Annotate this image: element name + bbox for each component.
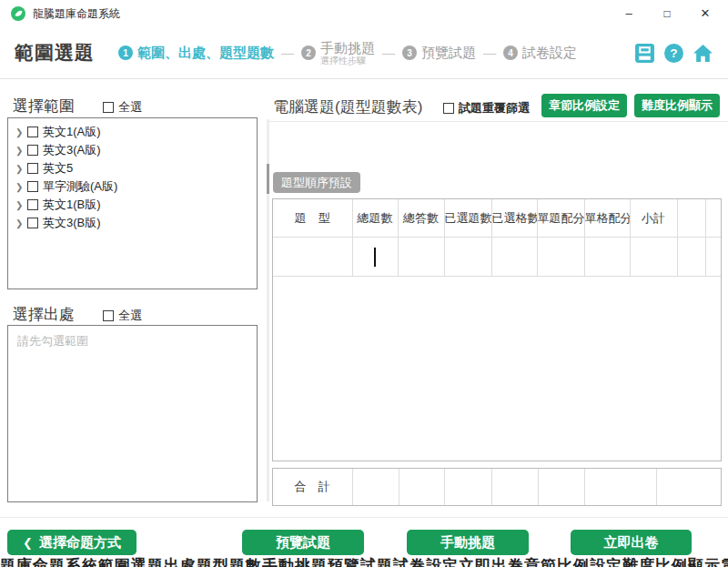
range-select-all-label: 全選 [118, 99, 142, 116]
tree-item-book-2[interactable]: ❯ 英文3(A版) [8, 141, 257, 159]
totals-cell [444, 469, 491, 505]
col-empty-1 [677, 199, 705, 238]
tree-item-book-1[interactable]: ❯ 英文1(A版) [8, 123, 257, 141]
source-placeholder: 請先勾選範圍 [8, 326, 257, 349]
step-4-settings[interactable]: 4 試卷設定 [503, 45, 577, 62]
svg-text:?: ? [670, 46, 677, 60]
book-checkbox[interactable] [27, 145, 38, 156]
range-select-all-checkbox[interactable] [103, 102, 114, 113]
chevron-right-icon[interactable]: ❯ [15, 146, 27, 156]
maximize-button[interactable]: □ [648, 0, 686, 27]
step-3-number: 3 [402, 46, 417, 60]
totals-label: 合 計 [273, 469, 352, 505]
duplicate-filter-label: 試題重覆篩選 [459, 100, 530, 116]
book-checkbox[interactable] [27, 218, 38, 228]
chevron-left-icon: ❮ [23, 536, 33, 550]
step-2-number: 2 [301, 46, 316, 60]
book-checkbox[interactable] [27, 199, 38, 210]
totals-cell [491, 469, 538, 505]
chevron-right-icon[interactable]: ❯ [15, 218, 27, 228]
col-selected-blanks: 已選格數 [491, 199, 537, 238]
minimize-button[interactable]: – [610, 0, 648, 27]
window-controls: – □ ✕ [610, 0, 724, 27]
header-divider [0, 78, 728, 79]
window-title: 龍騰題庫命題系統 [33, 6, 120, 22]
tree-item-book-6[interactable]: ❯ 英文3(B版) [8, 214, 257, 232]
col-points-per-question: 單題配分 [537, 199, 584, 238]
right-panel-divider [269, 121, 728, 122]
tree-item-book-4[interactable]: ❯ 單字測驗(A版) [8, 177, 257, 196]
duplicate-filter-checkbox[interactable] [443, 103, 454, 114]
help-icon[interactable]: ? [663, 43, 684, 64]
step-3-preview[interactable]: 3 預覽試題 [402, 45, 476, 62]
cell-points-per-question[interactable] [537, 238, 584, 277]
choose-method-label: 選擇命題方式 [39, 534, 121, 552]
source-list: 請先勾選範圍 [7, 325, 258, 502]
tree-item-book-3[interactable]: ❯ 英文5 [8, 159, 257, 177]
totals-cell [584, 469, 656, 505]
step-1-label: 範圍、出處、題型題數 [137, 45, 274, 62]
step-1-range[interactable]: 1 範圍、出處、題型題數 [118, 45, 274, 62]
generate-exam-button[interactable]: 立即出卷 [571, 530, 692, 555]
cell-selected-questions[interactable] [444, 238, 491, 277]
scrollbar-thumb[interactable] [267, 164, 269, 194]
cell-points-per-blank[interactable] [584, 238, 630, 277]
step-2-sublabel: 選擇性步驟 [320, 56, 375, 66]
step-2-manual[interactable]: 2 手動挑題 選擇性步驟 [301, 40, 375, 66]
chevron-right-icon[interactable]: ❯ [15, 127, 27, 137]
computer-selection-title: 電腦選題(題型題數表) [273, 96, 422, 117]
tree-item-label: 英文1(B版) [43, 197, 101, 213]
tree-item-label: 英文1(A版) [43, 124, 101, 140]
step-separator: — [281, 46, 294, 60]
preview-questions-button[interactable]: 預覽試題 [242, 530, 364, 555]
range-section-title: 選擇範圍 [13, 96, 75, 116]
totals-row: 合 計 [273, 469, 721, 505]
totals-cell [656, 469, 721, 505]
close-button[interactable]: ✕ [686, 0, 724, 27]
save-icon[interactable] [634, 43, 655, 64]
step-4-label: 試卷設定 [522, 45, 577, 62]
book-checkbox[interactable] [27, 181, 38, 192]
source-select-all-checkbox[interactable] [103, 310, 114, 321]
tree-item-label: 英文3(A版) [43, 142, 101, 158]
chevron-right-icon[interactable]: ❯ [15, 200, 27, 210]
step-separator: — [382, 46, 395, 60]
cell-total-questions[interactable] [352, 238, 398, 277]
cell-question-type[interactable] [273, 238, 352, 277]
manual-pick-button[interactable]: 手動挑題 [407, 530, 529, 555]
tree-item-label: 英文5 [43, 160, 73, 177]
totals-cell [352, 469, 399, 505]
book-checkbox[interactable] [27, 127, 38, 137]
home-icon[interactable] [693, 43, 713, 64]
cell-selected-blanks[interactable] [491, 238, 537, 277]
book-checkbox[interactable] [27, 163, 38, 174]
range-tree: ❯ 英文1(A版) ❯ 英文3(A版) ❯ 英文5 ❯ 單字測驗(A版) ❯ 英… [7, 117, 258, 289]
bottom-divider [0, 517, 728, 518]
step-separator: — [483, 46, 496, 60]
wizard-steps: 1 範圍、出處、題型題數 — 2 手動挑題 選擇性步驟 — 3 預覽試題 — 4… [118, 40, 577, 66]
source-select-all[interactable]: 全選 [103, 308, 142, 324]
step-3-label: 預覽試題 [421, 45, 476, 62]
choose-method-button[interactable]: ❮ 選擇命題方式 [7, 530, 136, 555]
source-section-title: 選擇出處 [13, 304, 75, 325]
cell-empty-1 [677, 238, 705, 277]
difficulty-ratio-button[interactable]: 難度比例顯示 [634, 94, 720, 117]
duplicate-filter[interactable]: 試題重覆篩選 [443, 100, 530, 116]
source-select-all-label: 全選 [118, 308, 142, 324]
page-title: 範圍選題 [15, 40, 95, 66]
chevron-right-icon[interactable]: ❯ [15, 182, 27, 192]
cell-total-answers[interactable] [398, 238, 444, 277]
tree-item-label: 英文3(B版) [43, 215, 101, 231]
chevron-right-icon[interactable]: ❯ [15, 164, 27, 174]
cell-subtotal[interactable] [630, 238, 677, 277]
col-selected-questions: 已選題數 [444, 199, 491, 238]
tree-item-book-5[interactable]: ❯ 英文1(B版) [8, 196, 257, 214]
clipped-bottom-text: 題庫命題系統範圍選題出處題型題數手動挑題預覽試題試卷設定立即出卷章節比例設定難度… [0, 557, 728, 567]
type-order-preset-button[interactable]: 題型順序預設 [273, 172, 360, 193]
step-1-number: 1 [118, 46, 133, 60]
range-select-all[interactable]: 全選 [103, 99, 142, 116]
chapter-ratio-button[interactable]: 章節比例設定 [541, 94, 627, 117]
col-subtotal: 小計 [630, 199, 677, 238]
app-window: 龍騰題庫命題系統 – □ ✕ 範圍選題 1 範圍、出處、題型題數 — 2 手動挑… [0, 0, 728, 567]
step-2-label: 手動挑題 [320, 40, 375, 56]
